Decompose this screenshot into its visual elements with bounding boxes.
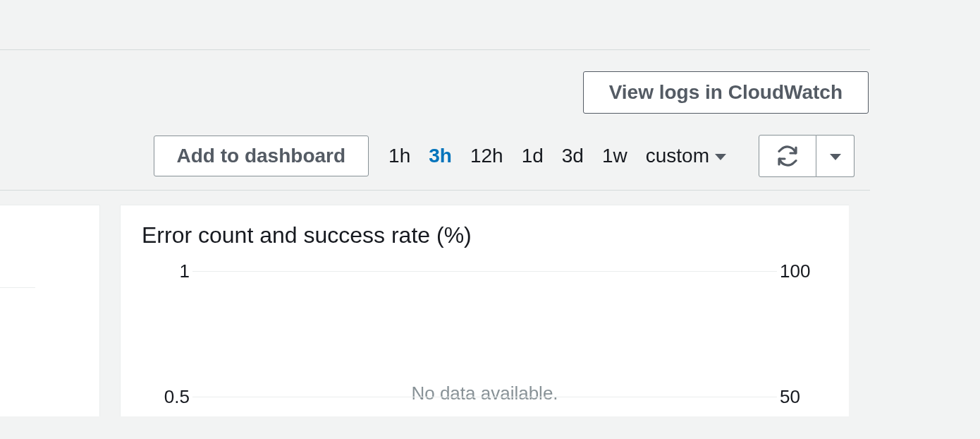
left-panel-gridline xyxy=(0,287,35,288)
refresh-icon xyxy=(776,145,799,167)
time-range-1h[interactable]: 1h xyxy=(388,145,410,167)
refresh-options-button[interactable] xyxy=(816,135,855,177)
time-range-selector: 1h 3h 12h 1d 3d 1w custom xyxy=(388,145,726,167)
time-range-1w[interactable]: 1w xyxy=(602,145,627,167)
time-range-custom-label: custom xyxy=(646,145,709,167)
caret-down-icon xyxy=(830,154,841,160)
y-right-tick-100: 100 xyxy=(780,260,828,282)
time-range-12h[interactable]: 12h xyxy=(470,145,503,167)
time-range-3d[interactable]: 3d xyxy=(562,145,584,167)
error-success-panel: Error count and success rate (%) 1 100 N… xyxy=(120,205,849,416)
error-success-chart: 1 100 No data available. 0.5 50 xyxy=(142,264,828,412)
y-left-tick-0p5: 0.5 xyxy=(142,385,190,407)
chart-no-data-message: No data available. xyxy=(142,383,828,404)
time-range-3h[interactable]: 3h xyxy=(429,145,452,167)
view-logs-button[interactable]: View logs in CloudWatch xyxy=(583,71,869,114)
refresh-button[interactable] xyxy=(759,135,816,177)
y-right-tick-50: 50 xyxy=(780,385,828,407)
top-blank-region xyxy=(0,0,980,49)
chart-gridline xyxy=(192,397,777,397)
refresh-button-group xyxy=(759,135,855,177)
time-range-1d[interactable]: 1d xyxy=(522,145,544,167)
time-range-custom[interactable]: custom xyxy=(646,145,726,167)
panel-title: Error count and success rate (%) xyxy=(142,222,828,248)
logs-button-row: View logs in CloudWatch xyxy=(0,50,980,114)
y-left-tick-1: 1 xyxy=(142,260,190,282)
metrics-toolbar: Add to dashboard 1h 3h 12h 1d 3d 1w cust… xyxy=(0,114,980,190)
chart-gridline xyxy=(192,271,777,272)
add-to-dashboard-button[interactable]: Add to dashboard xyxy=(154,136,369,176)
panels-row: Error count and success rate (%) 1 100 N… xyxy=(0,191,980,416)
left-panel-fragment xyxy=(0,205,100,416)
caret-down-icon xyxy=(715,154,726,160)
